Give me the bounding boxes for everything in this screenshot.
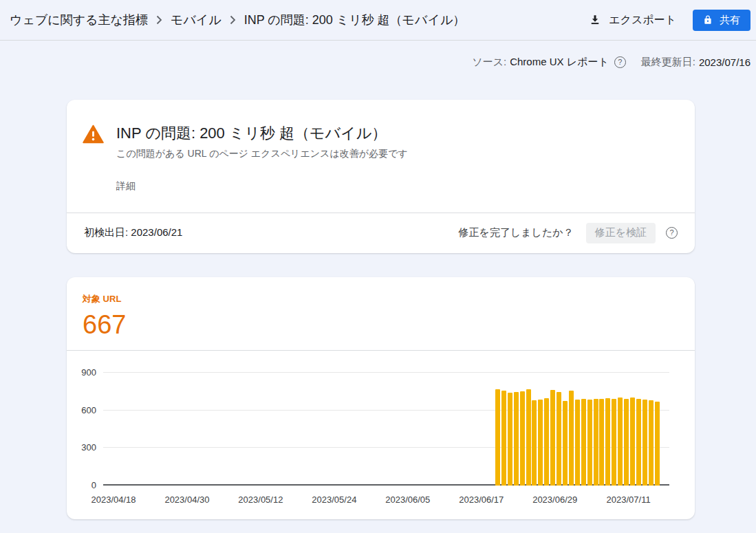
issue-card-main: INP の問題: 200 ミリ秒 超（モバイル） この問題がある URL のペー… — [67, 100, 695, 213]
source-value: Chrome UX レポート — [510, 56, 609, 69]
chart-bar[interactable] — [599, 399, 604, 486]
chart-bar[interactable] — [557, 392, 561, 486]
x-axis-tick-label: 2023/06/17 — [459, 494, 504, 505]
x-axis-tick-label: 2023/04/30 — [164, 494, 209, 505]
download-icon — [589, 14, 601, 26]
chart-bar[interactable] — [594, 399, 598, 486]
chart-bar[interactable] — [514, 392, 519, 486]
warning-triangle-icon — [83, 124, 103, 213]
chart-bar[interactable] — [563, 401, 568, 486]
chart-bar[interactable] — [649, 400, 654, 486]
chart-bar[interactable] — [569, 391, 574, 486]
counter-label: 対象 URL — [83, 293, 695, 305]
chevron-right-icon — [230, 15, 236, 25]
lock-icon — [703, 14, 713, 25]
x-axis-tick-label: 2023/04/18 — [91, 494, 136, 505]
chevron-right-icon — [156, 15, 162, 25]
chart-bar[interactable] — [526, 389, 531, 486]
chart-bar[interactable] — [624, 399, 629, 486]
chart-bar[interactable] — [642, 400, 647, 486]
chart-bar[interactable] — [520, 391, 525, 486]
first-detected-label: 初検出日: — [84, 226, 128, 238]
issue-subtitle: この問題がある URL のページ エクスペリエンスは改善が必要です — [116, 148, 408, 160]
y-axis-tick-label: 300 — [67, 442, 96, 453]
chart-bar[interactable] — [630, 398, 635, 486]
validate-fix-button[interactable]: 修正を検証 — [586, 223, 656, 243]
chart-bar[interactable] — [495, 389, 500, 486]
first-detected: 初検出日: 2023/06/21 — [84, 226, 182, 239]
chart-plot-area: 03006009002023/04/182023/04/302023/05/12… — [103, 373, 669, 486]
chart-bar[interactable] — [587, 400, 592, 486]
chart-bar[interactable] — [501, 391, 506, 486]
help-circle-icon[interactable]: ? — [614, 56, 626, 68]
gridline — [103, 372, 669, 373]
chart-bar[interactable] — [655, 402, 660, 486]
topbar: ウェブに関する主な指標 モバイル INP の問題: 200 ミリ秒 超（モバイル… — [0, 0, 756, 41]
chart-bar[interactable] — [605, 398, 610, 486]
fix-validation-group: 修正を完了しましたか？ 修正を検証 ? — [459, 223, 678, 243]
share-button[interactable]: 共有 — [693, 10, 750, 31]
breadcrumb: ウェブに関する主な指標 モバイル INP の問題: 200 ミリ秒 超（モバイル… — [10, 12, 465, 28]
first-detected-value: 2023/06/21 — [131, 226, 182, 238]
issue-text-block: INP の問題: 200 ミリ秒 超（モバイル） この問題がある URL のペー… — [116, 124, 408, 213]
share-label: 共有 — [720, 14, 740, 27]
last-updated-value: 2023/07/16 — [699, 56, 750, 68]
breadcrumb-mobile[interactable]: モバイル — [171, 12, 222, 28]
issue-card: INP の問題: 200 ミリ秒 超（モバイル） この問題がある URL のペー… — [67, 100, 695, 253]
chart-bar[interactable] — [581, 399, 586, 486]
fix-question: 修正を完了しましたか？ — [459, 226, 574, 239]
x-axis-tick-label: 2023/05/24 — [312, 494, 356, 505]
chart-bar[interactable] — [544, 398, 549, 486]
chart-bar[interactable] — [550, 390, 555, 486]
chart-bar[interactable] — [538, 400, 543, 486]
last-updated-label: 最終更新日: — [641, 56, 695, 69]
x-axis-tick-label: 2023/07/11 — [607, 494, 651, 505]
breadcrumb-core-web-vitals[interactable]: ウェブに関する主な指標 — [10, 12, 148, 28]
topbar-actions: エクスポート 共有 — [582, 9, 750, 32]
chart-bar[interactable] — [532, 400, 537, 486]
bar-chart: 03006009002023/04/182023/04/302023/05/12… — [67, 351, 695, 519]
chart-bar[interactable] — [508, 393, 512, 486]
x-axis-tick-label: 2023/05/12 — [238, 494, 283, 505]
chart-bar[interactable] — [636, 399, 641, 486]
export-label: エクスポート — [609, 13, 676, 28]
export-button[interactable]: エクスポート — [582, 9, 683, 32]
chart-bar[interactable] — [612, 399, 616, 486]
y-axis-tick-label: 900 — [67, 367, 96, 378]
x-axis-tick-label: 2023/06/29 — [532, 494, 577, 505]
help-circle-icon[interactable]: ? — [666, 227, 678, 239]
affected-urls-counter[interactable]: 対象 URL 667 — [67, 277, 695, 351]
issue-title: INP の問題: 200 ミリ秒 超（モバイル） — [116, 124, 408, 143]
chart-bar[interactable] — [618, 398, 623, 486]
y-axis-tick-label: 600 — [67, 405, 96, 416]
counter-value: 667 — [83, 312, 695, 338]
x-axis-tick-label: 2023/06/05 — [385, 494, 430, 505]
issue-card-footer: 初検出日: 2023/06/21 修正を完了しましたか？ 修正を検証 ? — [67, 213, 695, 252]
chart-card: 対象 URL 667 03006009002023/04/182023/04/3… — [67, 277, 695, 519]
meta-row: ソース: Chrome UX レポート ? 最終更新日: 2023/07/16 — [0, 55, 756, 69]
details-link[interactable]: 詳細 — [116, 180, 136, 193]
y-axis-tick-label: 0 — [67, 480, 96, 491]
breadcrumb-current-page: INP の問題: 200 ミリ秒 超（モバイル） — [244, 12, 466, 28]
source-label: ソース: — [472, 56, 506, 69]
chart-bar[interactable] — [575, 400, 580, 486]
